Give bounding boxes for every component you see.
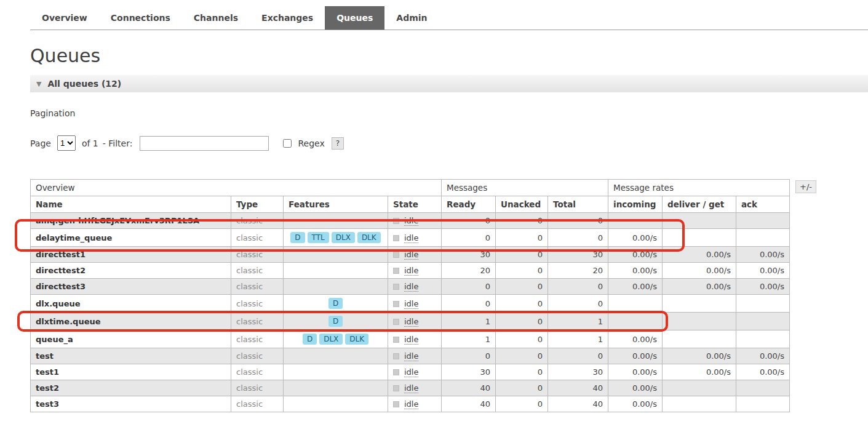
column-header-incoming[interactable]: incoming (608, 196, 663, 213)
tab-overview[interactable]: Overview (30, 6, 99, 30)
column-header-state[interactable]: State (388, 196, 442, 213)
queue-type: classic (231, 247, 284, 263)
tab-connections[interactable]: Connections (99, 6, 182, 30)
tab-admin[interactable]: Admin (384, 6, 439, 30)
queue-rate-ack: 0.00/s (736, 263, 790, 279)
queue-unacked-count: 0 (496, 330, 548, 348)
queue-state-label[interactable]: idle (404, 317, 418, 327)
queue-state-label[interactable]: idle (404, 282, 418, 292)
queue-name-link[interactable]: amq.gen-hHfLGEJxEVxmErv3RP1LSA (31, 213, 231, 229)
queue-features-cell: D (284, 295, 388, 313)
feature-badge: D (290, 232, 305, 243)
queue-features-cell (284, 380, 388, 396)
idle-state-icon (393, 319, 399, 325)
queue-state-label[interactable]: idle (404, 250, 418, 260)
queue-rate-deliver-get: 0.00/s (663, 247, 736, 263)
help-button[interactable]: ? (332, 137, 344, 150)
queue-name-link[interactable]: queue_a (31, 330, 231, 348)
queue-total-count: 0 (548, 279, 608, 295)
feature-badge: D (303, 334, 317, 345)
queue-row: test1 classic idle 30 0 30 0.00/s 0.00/s… (31, 364, 790, 380)
queue-row: dlxtime.queue classic D idle 1 0 1 (31, 313, 790, 330)
queue-unacked-count: 0 (496, 396, 548, 412)
column-header-features[interactable]: Features (284, 196, 388, 213)
tab-queues[interactable]: Queues (325, 6, 384, 30)
queue-state-label[interactable]: idle (404, 233, 418, 243)
queue-name-link[interactable]: dlx.queue (31, 295, 231, 313)
queue-features-cell (284, 213, 388, 229)
queue-rate-ack: 0.00/s (736, 279, 790, 295)
tab-exchanges[interactable]: Exchanges (250, 6, 325, 30)
queue-name-link[interactable]: test2 (31, 380, 231, 396)
regex-checkbox[interactable] (283, 139, 292, 148)
queue-rate-incoming: 0.00/s (608, 279, 663, 295)
queue-ready-count: 0 (442, 279, 496, 295)
queue-state-label[interactable]: idle (404, 383, 418, 393)
group-header-message-rates: Message rates (608, 180, 790, 196)
queue-type: classic (231, 229, 284, 247)
tab-channels[interactable]: Channels (182, 6, 250, 30)
queue-rate-incoming: 0.00/s (608, 229, 663, 247)
regex-label: Regex (298, 138, 324, 148)
queue-rate-incoming (608, 313, 663, 330)
queue-state-label[interactable]: idle (404, 367, 418, 377)
queue-rate-ack (736, 229, 790, 247)
queue-row: queue_a classic DDLXDLK idle 1 0 1 0.00/… (31, 330, 790, 348)
queue-type: classic (231, 348, 284, 364)
column-header-name[interactable]: Name (31, 196, 231, 213)
queue-name-link[interactable]: test (31, 348, 231, 364)
queue-state-cell: idle (388, 364, 442, 380)
main-content: Queues ▼ All queues (12) Pagination Page… (30, 45, 868, 412)
queue-name-link[interactable]: directtest3 (31, 279, 231, 295)
nav-tabs: OverviewConnectionsChannelsExchangesQueu… (30, 6, 868, 30)
queue-rate-incoming: 0.00/s (608, 396, 663, 412)
queue-state-label[interactable]: idle (404, 335, 418, 345)
column-toggle-button[interactable]: +/- (795, 180, 816, 193)
column-header-ready[interactable]: Ready (442, 196, 496, 213)
queue-rate-incoming: 0.00/s (608, 330, 663, 348)
queue-name-link[interactable]: dlxtime.queue (31, 313, 231, 330)
idle-state-icon (393, 353, 399, 359)
queue-features-cell: DTTLDLXDLK (284, 229, 388, 247)
queue-state-cell: idle (388, 263, 442, 279)
queue-total-count: 0 (548, 295, 608, 313)
of-label: of 1 (82, 138, 98, 148)
column-header-ack[interactable]: ack (736, 196, 790, 213)
queue-features-cell (284, 247, 388, 263)
queue-state-label[interactable]: idle (404, 266, 418, 276)
idle-state-icon (393, 268, 399, 274)
idle-state-icon (393, 218, 399, 224)
queue-total-count: 40 (548, 396, 608, 412)
column-header-deliver-get[interactable]: deliver / get (663, 196, 736, 213)
queue-state-label[interactable]: idle (404, 351, 418, 361)
queue-rate-deliver-get: 0.00/s (663, 279, 736, 295)
queue-name-link[interactable]: directtest2 (31, 263, 231, 279)
queue-unacked-count: 0 (496, 348, 548, 364)
all-queues-section-header[interactable]: ▼ All queues (12) (30, 75, 868, 92)
queue-rate-incoming: 0.00/s (608, 247, 663, 263)
idle-state-icon (393, 252, 399, 258)
queue-name-link[interactable]: test3 (31, 396, 231, 412)
column-header-type[interactable]: Type (231, 196, 284, 213)
column-header-unacked[interactable]: Unacked (496, 196, 548, 213)
queue-name-link[interactable]: test1 (31, 364, 231, 380)
filter-input[interactable] (140, 136, 269, 151)
queue-rate-ack: 0.00/s (736, 247, 790, 263)
queue-state-label[interactable]: idle (404, 299, 418, 309)
queue-rate-incoming (608, 213, 663, 229)
column-header-total[interactable]: Total (548, 196, 608, 213)
queue-type: classic (231, 213, 284, 229)
queue-features-cell: DDLXDLK (284, 330, 388, 348)
page-select[interactable]: 1 (57, 135, 76, 151)
queue-name-link[interactable]: delaytime_queue (31, 229, 231, 247)
idle-state-icon (393, 385, 399, 391)
queue-rate-deliver-get (663, 213, 736, 229)
queue-state-label[interactable]: idle (404, 216, 418, 226)
queue-unacked-count: 0 (496, 229, 548, 247)
queue-state-label[interactable]: idle (404, 399, 418, 409)
queue-unacked-count: 0 (496, 247, 548, 263)
queue-ready-count: 0 (442, 295, 496, 313)
queue-row: test classic idle 0 0 0 0.00/s 0.00/s 0.… (31, 348, 790, 364)
queue-name-link[interactable]: directtest1 (31, 247, 231, 263)
queue-total-count: 30 (548, 364, 608, 380)
